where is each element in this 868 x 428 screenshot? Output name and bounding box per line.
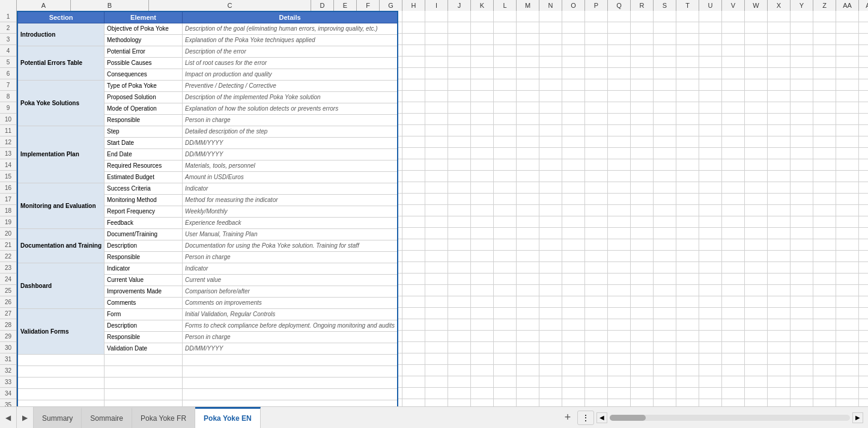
details-cell: DD/MM/YYYY	[183, 148, 398, 160]
table-row: IntroductionObjective of Poka YokeDescri…	[17, 23, 398, 34]
sheet-tab-0[interactable]: Summary	[34, 407, 82, 428]
element-cell: Consequences	[105, 69, 183, 80]
element-cell: Current Value	[105, 274, 183, 286]
element-cell: Form	[105, 308, 183, 320]
row-num-9: 9	[0, 102, 16, 114]
row-num-29: 29	[0, 331, 16, 342]
element-cell: Indicator	[105, 263, 183, 274]
add-sheet-button[interactable]: +	[558, 407, 577, 428]
sheet-tab-1[interactable]: Sommaire	[82, 407, 132, 428]
col-header-X: X	[768, 0, 791, 11]
header-cell-1: Element	[105, 11, 183, 23]
row-num-12: 12	[0, 136, 16, 148]
details-cell: DD/MM/YYYY	[183, 343, 398, 354]
col-header-V: V	[722, 0, 745, 11]
table-row: Validation FormsFormInitial Validation, …	[17, 308, 398, 320]
col-header-N: N	[539, 0, 562, 11]
details-cell: Comments on improvements	[183, 297, 398, 308]
col-header-Q: Q	[608, 0, 631, 11]
details-cell: Impact on production and quality	[183, 69, 398, 80]
col-header-C: C	[149, 0, 311, 11]
element-cell: Feedback	[105, 217, 183, 228]
col-header-R: R	[631, 0, 654, 11]
details-cell: Description of the error	[183, 46, 398, 57]
details-cell: Forms to check compliance before deploym…	[183, 320, 398, 331]
element-cell: Description	[105, 240, 183, 251]
element-cell: Methodology	[105, 34, 183, 46]
table-row: Documentation and TrainingDocument/Train…	[17, 228, 398, 240]
col-header-D: D	[311, 0, 334, 11]
details-cell: Initial Validation, Regular Controls	[183, 308, 398, 320]
section-cell: Poka Yoke Solutions	[17, 80, 105, 126]
scroll-left-button[interactable]: ◀	[596, 412, 607, 423]
details-cell: Explanation of the Poka Yoke techniques …	[183, 34, 398, 46]
details-cell: Comparison before/after	[183, 286, 398, 297]
element-cell: Type of Poka Yoke	[105, 80, 183, 91]
details-cell: Indicator	[183, 263, 398, 274]
row-num-13: 13	[0, 148, 16, 159]
row-num-5: 5	[0, 57, 16, 68]
sheet-tab-2[interactable]: Poka Yoke FR	[132, 407, 195, 428]
details-cell: Method for measuring the indicator	[183, 194, 398, 206]
details-cell: Person in charge	[183, 331, 398, 343]
element-cell: Responsible	[105, 331, 183, 343]
col-header-U: U	[699, 0, 722, 11]
scroll-track[interactable]	[610, 415, 850, 421]
element-cell: Improvements Made	[105, 286, 183, 297]
sheet-tab-3[interactable]: Poka Yoke EN	[195, 407, 261, 428]
row-num-11: 11	[0, 125, 16, 136]
row-num-17: 17	[0, 194, 16, 205]
section-cell: Dashboard	[17, 263, 105, 308]
row-num-20: 20	[0, 228, 16, 239]
col-header-W: W	[745, 0, 768, 11]
more-options-button[interactable]: ⋮	[577, 411, 594, 425]
row-num-22: 22	[0, 251, 16, 262]
scroll-thumb	[610, 415, 646, 421]
tab-nav-next[interactable]: ▶	[17, 407, 34, 428]
col-header-I: I	[425, 0, 448, 11]
details-cell: User Manual, Training Plan	[183, 228, 398, 240]
section-cell: Implementation Plan	[17, 126, 105, 183]
data-table: SectionElementDetailsIntroductionObjecti…	[17, 11, 398, 406]
row-num-31: 31	[0, 353, 16, 365]
col-header-S: S	[654, 0, 676, 11]
row-num-7: 7	[0, 79, 16, 91]
row-num-32: 32	[0, 365, 16, 376]
row-num-21: 21	[0, 239, 16, 251]
row-num-24: 24	[0, 274, 16, 285]
row-num-3: 3	[0, 34, 16, 45]
details-cell: Indicator	[183, 183, 398, 194]
element-cell: Proposed Solution	[105, 91, 183, 103]
details-cell: Person in charge	[183, 114, 398, 126]
element-cell: Mode of Operation	[105, 103, 183, 114]
details-cell: Description of the implemented Poka Yoke…	[183, 91, 398, 103]
details-cell: Preventive / Detecting / Corrective	[183, 80, 398, 91]
row-num-28: 28	[0, 319, 16, 331]
row-num-19: 19	[0, 216, 16, 228]
details-cell: List of root causes for the error	[183, 57, 398, 69]
element-cell: Success Criteria	[105, 183, 183, 194]
col-header-Z: Z	[813, 0, 836, 11]
column-headers: ABCDEFGHIJKLMNOPQRSTUVWXYZAAABACADAEAF	[0, 0, 868, 11]
table-row: Potential Errors TablePotential ErrorDes…	[17, 46, 398, 57]
header-cell-0: Section	[17, 11, 105, 23]
details-cell: DD/MM/YYYY	[183, 137, 398, 148]
scroll-right-button[interactable]: ▶	[852, 412, 863, 423]
details-cell: Weekly/Monthly	[183, 206, 398, 217]
row-numbers: 1 23456789101112131415161718192021222324…	[0, 11, 17, 406]
element-cell: Start Date	[105, 137, 183, 148]
empty-row	[17, 388, 398, 400]
row-num-27: 27	[0, 308, 16, 319]
empty-row	[17, 354, 398, 365]
col-header-K: K	[471, 0, 494, 11]
col-header-P: P	[585, 0, 608, 11]
tab-nav-prev[interactable]: ◀	[0, 407, 17, 428]
row-num-2: 2	[0, 22, 16, 34]
row-num-34: 34	[0, 388, 16, 399]
tab-bar: ◀ ▶ SummarySommairePoka Yoke FRPoka Yoke…	[0, 406, 868, 428]
tab-bar-right: ⋮ ◀ ▶	[577, 407, 868, 428]
row-num-26: 26	[0, 296, 16, 308]
details-cell: Experience feedback	[183, 217, 398, 228]
empty-row	[17, 400, 398, 406]
col-header-Y: Y	[791, 0, 813, 11]
